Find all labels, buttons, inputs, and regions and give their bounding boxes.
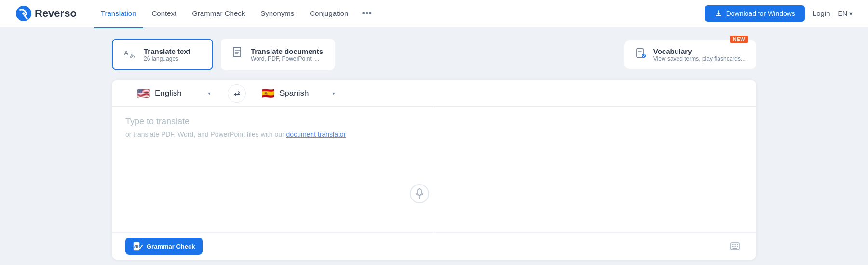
translate-icon-svg: A あ [123,46,137,60]
keyboard-button[interactable] [727,238,743,254]
main-content: A あ Translate text 26 languages Translat… [96,27,772,265]
svg-text:あ: あ [130,53,135,58]
login-button[interactable]: Login [813,9,830,17]
nav-item-conjugation[interactable]: Conjugation [303,6,355,20]
svg-point-1 [22,12,25,15]
svg-rect-17 [735,246,736,247]
translate-docs-title: Translate documents [251,47,323,55]
vocab-subtitle: View saved terms, play flashcards... [653,55,746,62]
document-translator-link[interactable]: document translator [286,131,346,138]
translation-panels: Type to translate or translate PDF, Word… [112,107,756,232]
translator-box: 🇺🇸 English ▾ ⇄ 🇪🇸 Spanish ▾ Type to tran… [112,80,756,260]
translate-text-card-info: Translate text 26 languages [144,47,190,62]
svg-rect-13 [735,244,736,245]
grammar-check-icon: ABC [133,242,143,251]
svg-rect-11 [732,244,733,245]
translate-text-card[interactable]: A あ Translate text 26 languages [112,39,213,70]
target-language-name: Spanish [279,89,327,98]
svg-rect-16 [734,246,735,247]
download-button-label: Download for Windows [726,10,795,17]
vocab-icon-svg [635,47,647,59]
vocabulary-icon [635,47,647,62]
document-icon-svg [232,46,244,60]
svg-rect-12 [734,244,735,245]
header: Reverso Translation Context Grammar Chec… [0,0,868,27]
translate-text-title: Translate text [144,47,190,55]
nav-more-button[interactable]: ••• [357,6,377,21]
keyboard-icon [730,242,740,250]
translate-docs-subtitle: Word, PDF, PowerPoint, ... [251,55,323,62]
source-panel: Type to translate or translate PDF, Word… [112,107,434,232]
svg-rect-19 [733,248,737,249]
vocab-title: Vocabulary [653,47,746,55]
download-button[interactable]: Download for Windows [705,5,805,22]
source-panel-icons [727,238,743,254]
source-placeholder: Type to translate [125,117,420,127]
svg-rect-14 [737,244,738,245]
target-panel [434,107,757,232]
translate-documents-icon [232,46,244,63]
target-language-selector[interactable]: 🇪🇸 Spanish ▾ [256,84,342,103]
translate-docs-card-info: Translate documents Word, PDF, PowerPoin… [251,47,323,62]
or-translate-text: or translate PDF, Word, and PowerPoint f… [125,131,420,138]
swap-languages-button[interactable]: ⇄ [228,84,246,103]
reverso-logo-icon [15,5,32,22]
svg-rect-18 [737,246,738,247]
swap-icon: ⇄ [234,89,240,98]
lang-chevron-icon: ▾ [849,10,853,17]
mic-icon [415,188,424,199]
nav-item-grammar-check[interactable]: Grammar Check [185,6,252,20]
source-language-name: English [155,89,203,98]
source-language-selector[interactable]: 🇺🇸 English ▾ [131,84,218,103]
logo[interactable]: Reverso [15,5,77,22]
nav-item-translation[interactable]: Translation [94,6,143,20]
language-bar: 🇺🇸 English ▾ ⇄ 🇪🇸 Spanish ▾ [112,80,756,107]
feature-cards-row: A あ Translate text 26 languages Translat… [112,39,756,70]
grammar-check-button[interactable]: ABC Grammar Check [125,238,203,255]
translate-documents-card[interactable]: Translate documents Word, PDF, PowerPoin… [221,39,335,70]
vocab-card-info: Vocabulary View saved terms, play flashc… [653,47,746,62]
translate-text-subtitle: 26 languages [144,55,190,62]
nav-item-synonyms[interactable]: Synonyms [254,6,301,20]
svg-rect-15 [732,246,733,247]
source-panel-bottom-bar: ABC Grammar Check [112,232,756,260]
mic-area [410,184,429,203]
svg-rect-7 [418,189,421,195]
source-flag: 🇺🇸 [137,87,150,100]
language-selector[interactable]: EN ▾ [838,10,853,17]
svg-text:A: A [124,49,129,57]
header-actions: Download for Windows Login EN ▾ [705,5,853,22]
translate-text-icon: A あ [123,46,137,63]
target-language-chevron: ▾ [332,90,335,97]
or-translate-prefix: or translate PDF, Word, and PowerPoint f… [125,131,286,138]
main-nav: Translation Context Grammar Check Synony… [94,6,705,21]
new-badge: NEW [730,36,748,43]
download-icon [715,10,722,17]
logo-text: Reverso [35,7,77,20]
current-lang-label: EN [838,10,847,17]
source-language-chevron: ▾ [208,90,211,97]
nav-item-context[interactable]: Context [145,6,184,20]
mic-button[interactable] [410,184,429,203]
grammar-check-button-label: Grammar Check [147,243,195,250]
target-flag: 🇪🇸 [261,87,274,100]
vocabulary-card[interactable]: NEW Vocabulary View saved terms, play fl… [624,40,756,69]
